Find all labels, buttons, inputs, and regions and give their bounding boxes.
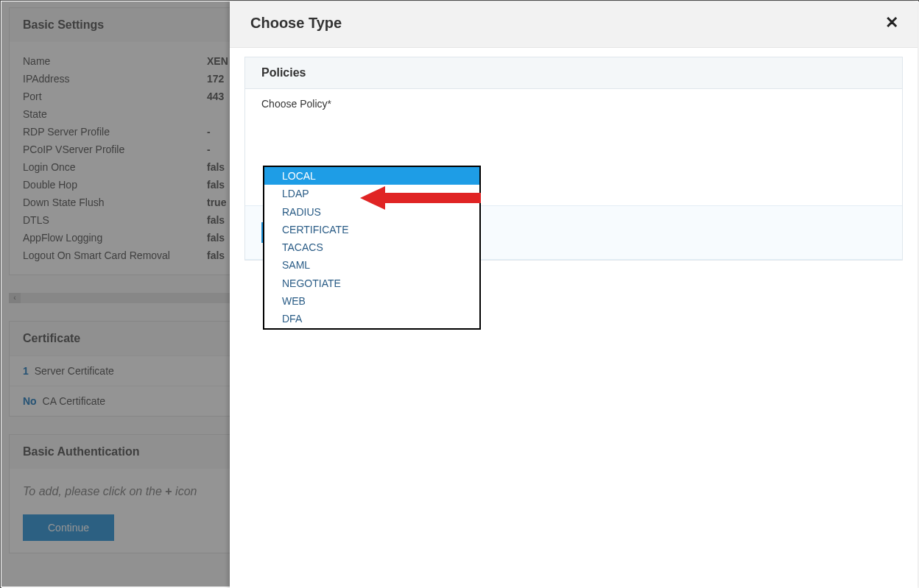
policy-option-tacacs[interactable]: TACACS (264, 238, 479, 256)
policies-panel: Policies Choose Policy* LOCALLDAPRADIUSC… (244, 57, 903, 261)
choose-policy-label: Choose Policy* (261, 98, 886, 110)
policy-option-negotiate[interactable]: NEGOTIATE (264, 274, 479, 292)
policy-option-ldap[interactable]: LDAP (264, 185, 479, 202)
policies-body: Choose Policy* (245, 89, 902, 127)
policy-option-saml[interactable]: SAML (264, 256, 479, 274)
policy-option-local[interactable]: LOCAL (264, 167, 479, 185)
modal-header: Choose Type ✕ (230, 1, 918, 48)
policy-option-dfa[interactable]: DFA (264, 310, 479, 327)
policies-panel-title: Policies (245, 57, 902, 89)
close-icon[interactable]: ✕ (882, 13, 901, 32)
choose-type-modal: Choose Type ✕ Policies Choose Policy* LO… (230, 1, 918, 588)
policy-option-radius[interactable]: RADIUS (264, 203, 479, 221)
policy-option-web[interactable]: WEB (264, 292, 479, 310)
modal-title: Choose Type (250, 15, 342, 32)
policy-option-certificate[interactable]: CERTIFICATE (264, 221, 479, 238)
choose-policy-dropdown[interactable]: LOCALLDAPRADIUSCERTIFICATETACACSSAMLNEGO… (263, 166, 481, 330)
